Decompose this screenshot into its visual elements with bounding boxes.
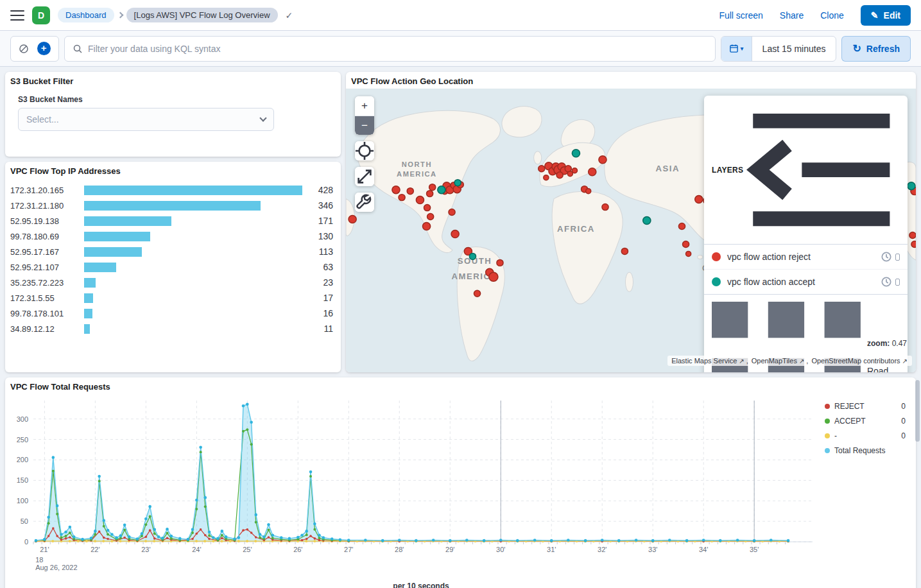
collapse-layers-icon[interactable] [743, 101, 900, 238]
filter-disabled-icon[interactable] [19, 44, 29, 54]
geo-point-accept[interactable] [643, 217, 651, 225]
space-avatar[interactable]: D [32, 6, 50, 24]
page-scrollbar[interactable] [915, 380, 920, 442]
geo-point-reject[interactable] [686, 251, 691, 256]
geo-point-reject[interactable] [682, 241, 689, 247]
ip-bar[interactable] [84, 201, 302, 211]
clone-link[interactable]: Clone [820, 10, 844, 21]
full-screen-link[interactable]: Full screen [719, 10, 762, 21]
landmass-madagascar [625, 272, 633, 291]
geo-point-accept[interactable] [469, 253, 476, 259]
ip-row[interactable]: 52.95.21.10763 [10, 259, 333, 275]
geo-point-accept[interactable] [908, 182, 915, 190]
ip-row[interactable]: 172.31.5.5517 [10, 290, 333, 306]
ip-bar[interactable] [84, 216, 302, 226]
ip-bar[interactable] [84, 309, 302, 318]
map-tools-button[interactable] [355, 193, 374, 212]
geo-point-reject[interactable] [449, 209, 455, 216]
ip-bar[interactable] [84, 324, 302, 334]
query-filter-bar: + ▾ Last 15 minutes ↻ Refresh [0, 31, 921, 67]
ip-label: 52.95.21.107 [10, 263, 79, 272]
svg-text:18: 18 [35, 556, 43, 564]
set-view-crosshair-button[interactable] [355, 141, 374, 160]
geo-point-reject[interactable] [602, 204, 608, 211]
geo-point-reject[interactable] [544, 175, 549, 180]
geo-point-accept[interactable] [572, 150, 580, 157]
geo-location-panel: VPC Flow Action Geo Location [346, 72, 916, 372]
geo-point-reject[interactable] [392, 186, 400, 194]
layer-bounds-icon[interactable] [895, 279, 900, 286]
hamburger-menu-icon[interactable] [10, 10, 24, 21]
geo-point-reject[interactable] [416, 196, 424, 204]
panel-title: S3 Bucket Filter [5, 72, 341, 86]
geo-point-reject[interactable] [538, 166, 545, 172]
geo-point-reject[interactable] [489, 272, 498, 281]
zoom-out-button[interactable]: − [355, 116, 374, 135]
geo-point-reject[interactable] [422, 223, 430, 230]
time-range-value[interactable]: Last 15 minutes [752, 37, 836, 61]
fit-to-data-button[interactable] [355, 167, 374, 186]
ip-bar[interactable] [84, 247, 302, 257]
ip-row[interactable]: 99.78.180.69130 [10, 229, 333, 244]
layer-row-reject[interactable]: vpc flow action reject [704, 245, 908, 269]
zoom-in-button[interactable]: + [355, 96, 374, 116]
layer-bounds-icon[interactable] [895, 254, 900, 261]
share-link[interactable]: Share [780, 10, 804, 21]
geo-point-reject[interactable] [427, 214, 434, 220]
geo-point-reject[interactable] [424, 205, 431, 211]
geo-point-reject[interactable] [407, 188, 413, 195]
ip-row[interactable]: 34.89.12.1211 [10, 321, 333, 336]
attribution-link[interactable]: OpenStreetMap contributors [811, 357, 900, 365]
ip-row[interactable]: 172.31.21.180346 [10, 198, 333, 213]
geo-point-reject[interactable] [586, 189, 591, 194]
geo-point-reject[interactable] [451, 230, 459, 238]
ip-value: 346 [307, 200, 333, 211]
ip-row[interactable]: 52.95.17.167113 [10, 244, 333, 259]
geo-point-accept[interactable] [438, 186, 445, 194]
legend-item[interactable]: Total Requests [825, 446, 906, 455]
legend-item[interactable]: REJECT0 [825, 402, 906, 411]
legend-value: 0 [901, 417, 906, 426]
ip-row[interactable]: 99.78.178.10116 [10, 306, 333, 321]
add-filter-icon[interactable]: + [37, 42, 51, 55]
legend-item[interactable]: ACCEPT0 [825, 417, 906, 426]
geo-point-reject[interactable] [399, 195, 405, 201]
geo-point-reject[interactable] [589, 168, 596, 176]
geo-point-reject[interactable] [911, 241, 916, 247]
ip-bar[interactable] [84, 263, 302, 272]
attribution-link[interactable]: OpenMapTiles [752, 357, 797, 365]
geo-point-reject[interactable] [599, 156, 607, 164]
edit-button[interactable]: ✎ Edit [861, 5, 911, 26]
geo-point-reject[interactable] [678, 223, 685, 230]
refresh-button[interactable]: ↻ Refresh [841, 36, 911, 62]
geo-point-reject[interactable] [621, 248, 628, 254]
breadcrumb-dashboard[interactable]: Dashboard [58, 8, 114, 22]
calendar-button[interactable]: ▾ [721, 37, 752, 61]
geo-point-accept[interactable] [454, 180, 461, 186]
geo-point-reject[interactable] [695, 196, 703, 203]
geo-point-reject[interactable] [909, 232, 916, 238]
total-requests-chart[interactable]: 05010015020025030021'22'23'24'25'26'27'2… [10, 394, 832, 578]
s3-bucket-names-label: S3 Bucket Names [18, 95, 341, 104]
ip-row[interactable]: 52.95.19.138171 [10, 213, 333, 229]
geo-point-reject[interactable] [572, 168, 577, 173]
ip-bar[interactable] [84, 232, 302, 241]
kql-search-input[interactable] [88, 44, 707, 54]
ip-value: 171 [307, 216, 333, 226]
attribution-link[interactable]: Elastic Maps Service [671, 357, 737, 365]
ip-bar[interactable] [84, 293, 302, 303]
saved-check-icon: ✓ [286, 10, 293, 21]
ip-bar[interactable] [84, 278, 302, 288]
geo-point-reject[interactable] [349, 216, 356, 223]
ip-bar[interactable] [84, 186, 302, 195]
geo-point-reject[interactable] [474, 290, 480, 297]
geo-point-reject[interactable] [497, 259, 503, 266]
geo-point-reject[interactable] [429, 184, 436, 191]
ip-row[interactable]: 35.235.72.22323 [10, 275, 333, 290]
legend-item[interactable]: -0 [825, 431, 906, 440]
geo-point-reject[interactable] [427, 191, 433, 197]
s3-bucket-select[interactable]: Select... [18, 108, 274, 131]
geo-point-reject[interactable] [556, 172, 563, 178]
layer-row-accept[interactable]: vpc flow action accept [704, 269, 908, 294]
ip-row[interactable]: 172.31.20.165428 [10, 182, 333, 198]
